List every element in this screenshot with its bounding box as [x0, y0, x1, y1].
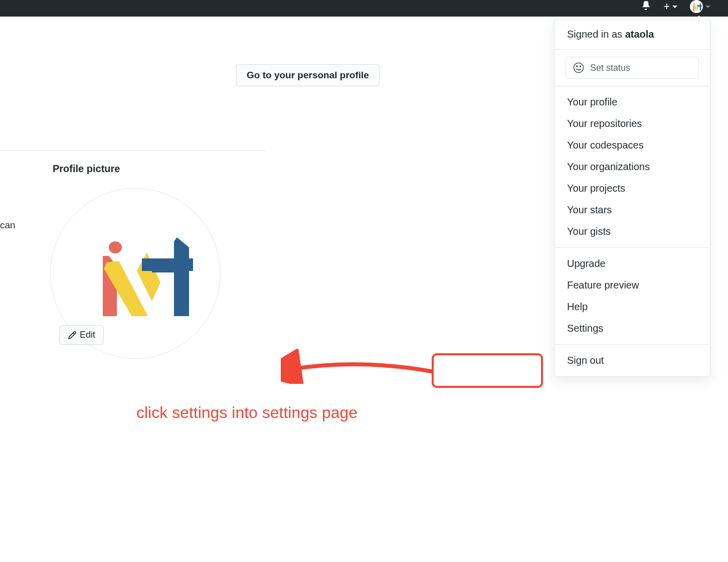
svg-point-4 — [574, 63, 583, 72]
svg-point-0 — [694, 4, 695, 5]
annotation-arrow — [281, 349, 436, 384]
avatar-small — [690, 0, 703, 13]
menu-your-organizations[interactable]: Your organizations — [555, 156, 710, 178]
menu-group-1: Your profile Your repositories Your code… — [555, 86, 710, 248]
annotation-highlight-box — [432, 353, 543, 388]
top-nav-bar: + — [0, 0, 728, 17]
svg-point-5 — [576, 66, 577, 67]
svg-rect-1 — [697, 6, 702, 7]
caret-down-icon — [672, 6, 677, 8]
partial-text: can — [0, 220, 16, 231]
menu-your-codespaces[interactable]: Your codespaces — [555, 134, 710, 156]
menu-sign-out[interactable]: Sign out — [555, 350, 710, 371]
svg-rect-3 — [142, 258, 193, 271]
status-section: Set status — [555, 50, 710, 86]
menu-your-profile[interactable]: Your profile — [555, 91, 710, 113]
menu-your-stars[interactable]: Your stars — [555, 199, 710, 221]
notifications-button[interactable] — [641, 0, 651, 10]
menu-settings[interactable]: Settings — [555, 318, 710, 339]
profile-picture-label: Profile picture — [53, 163, 120, 175]
smiley-icon — [573, 62, 584, 73]
menu-group-3: Sign out — [555, 345, 710, 376]
go-to-profile-button[interactable]: Go to your personal profile — [236, 64, 380, 86]
edit-avatar-button[interactable]: Edit — [59, 325, 104, 345]
svg-point-6 — [580, 66, 581, 67]
divider — [0, 151, 266, 151]
menu-your-repositories[interactable]: Your repositories — [555, 113, 710, 134]
pencil-icon — [68, 331, 77, 340]
caret-down-icon — [705, 6, 710, 8]
menu-upgrade[interactable]: Upgrade — [555, 253, 710, 274]
svg-point-2 — [109, 241, 122, 253]
menu-your-projects[interactable]: Your projects — [555, 178, 710, 199]
create-new-button[interactable]: + — [663, 0, 677, 13]
plus-icon: + — [663, 0, 670, 13]
menu-help[interactable]: Help — [555, 296, 710, 318]
menu-your-gists[interactable]: Your gists — [555, 221, 710, 242]
bell-icon — [641, 0, 651, 10]
dropdown-pointer — [695, 16, 703, 20]
menu-group-2: Upgrade Feature preview Help Settings — [555, 248, 710, 345]
user-dropdown-menu: Signed in as ataola Set status Your prof… — [554, 19, 710, 377]
dropdown-signed-in: Signed in as ataola — [555, 20, 710, 50]
annotation-text: click settings into settings page — [136, 403, 357, 422]
edit-label: Edit — [80, 330, 95, 340]
profile-picture-section: Profile picture — [53, 163, 120, 175]
menu-feature-preview[interactable]: Feature preview — [555, 274, 710, 296]
user-menu-button[interactable] — [690, 0, 710, 13]
set-status-button[interactable]: Set status — [566, 57, 699, 79]
